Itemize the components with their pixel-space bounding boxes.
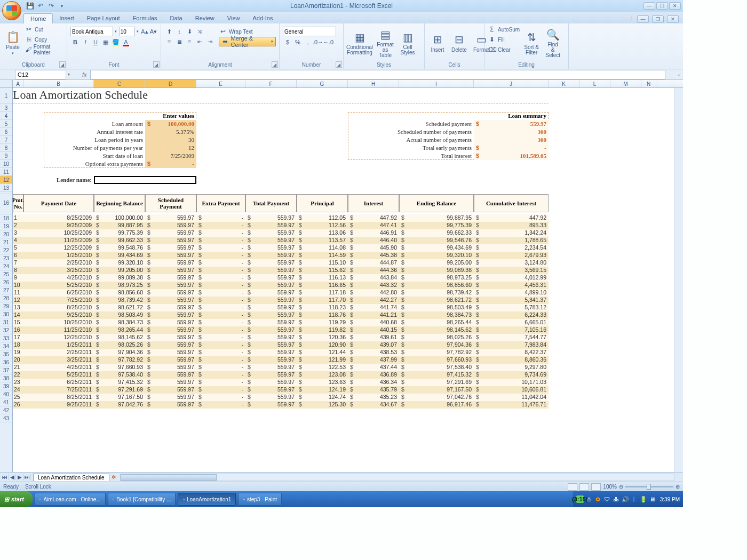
col-header-E[interactable]: E — [196, 80, 245, 87]
col-header-M[interactable]: M — [610, 80, 641, 87]
col-header-N[interactable]: N — [641, 80, 656, 87]
doc-minimize-button[interactable]: — — [637, 15, 649, 23]
copy-button[interactable]: ⎘Copy — [25, 35, 63, 44]
clear-button[interactable]: ⌫Clear — [488, 45, 520, 54]
table-row[interactable]: 83/25/2010$99,205.00$559.97$-$559.97$115… — [13, 267, 549, 274]
doc-close-button[interactable]: ✕ — [667, 15, 679, 23]
normal-view-icon[interactable] — [568, 483, 577, 491]
table-row[interactable]: 181/25/2011$98,025.26$559.97$-$559.97$12… — [13, 341, 549, 349]
size-dropdown-icon[interactable]: ▾ — [136, 27, 140, 36]
row-header[interactable]: 5 — [0, 120, 12, 128]
col-header-A[interactable]: A — [13, 80, 23, 87]
formula-expand-icon[interactable]: ⌄ — [675, 72, 683, 77]
input-value[interactable]: $- — [145, 160, 196, 168]
align-left-icon[interactable]: ≡ — [164, 37, 174, 46]
row-header[interactable]: 35 — [0, 350, 12, 358]
tray-battery-icon[interactable]: 🔋 — [640, 495, 647, 503]
doc-restore-button[interactable]: ❐ — [652, 15, 664, 23]
row-header[interactable]: 11 — [0, 168, 12, 176]
font-color-button[interactable]: A — [121, 37, 131, 47]
decrease-decimal-icon[interactable]: ←.0 — [323, 37, 333, 47]
row-header[interactable]: 39 — [0, 382, 12, 390]
fx-icon[interactable]: fx — [82, 71, 87, 78]
table-header[interactable]: Principal — [297, 194, 348, 212]
row-header[interactable]: 10 — [0, 160, 12, 168]
zoom-slider[interactable] — [625, 486, 673, 487]
row-header[interactable]: 27 — [0, 286, 12, 294]
table-row[interactable]: 18/25/2009$100,000.00$559.97$-$559.97$11… — [13, 214, 549, 222]
tray-volume-icon[interactable]: 🔊 — [622, 495, 629, 503]
table-header[interactable]: Pmt. No. — [13, 194, 23, 212]
clipboard-launcher[interactable]: ◢ — [59, 61, 66, 68]
number-launcher[interactable]: ◢ — [336, 61, 342, 68]
underline-button[interactable]: U — [91, 37, 100, 47]
col-header-B[interactable]: B — [23, 80, 94, 87]
table-row[interactable]: 116/25/2010$98,856.60$559.97$-$559.97$11… — [13, 289, 549, 297]
alignment-launcher[interactable]: ◢ — [272, 61, 278, 68]
bold-button[interactable]: B — [70, 37, 80, 47]
table-row[interactable]: 247/25/2011$97,291.69$559.97$-$559.97$12… — [13, 386, 549, 394]
indent-increase-icon[interactable]: ⇥ — [205, 37, 214, 46]
find-select-button[interactable]: 🔍Find & Select — [543, 25, 562, 61]
table-row[interactable]: 512/25/2009$99,548.76$559.97$-$559.97$11… — [13, 244, 549, 252]
tab-insert[interactable]: Insert — [53, 13, 81, 23]
taskbar-task[interactable]: ▫AimLoan.com - Online... — [35, 493, 106, 506]
row-header[interactable]: 1 — [0, 88, 12, 104]
minimize-button[interactable]: — — [643, 2, 655, 10]
table-header[interactable]: Cumulative Interest — [474, 194, 549, 212]
row-header[interactable]: 33 — [0, 334, 12, 342]
restore-button[interactable]: ❐ — [656, 2, 668, 10]
row-header[interactable]: 42 — [0, 406, 12, 414]
autosum-button[interactable]: ΣAutoSum — [488, 25, 520, 34]
col-header-L[interactable]: L — [579, 80, 610, 87]
grow-font-icon[interactable]: A▴ — [140, 27, 148, 36]
input-value[interactable]: 5.375% — [145, 128, 196, 136]
table-header[interactable]: Payment Date — [23, 194, 94, 212]
row-header[interactable]: 13 — [0, 184, 12, 192]
row-header[interactable]: 43 — [0, 414, 12, 422]
row-header[interactable]: 24 — [0, 262, 12, 270]
paste-button[interactable]: 📋 Paste ▾ — [3, 25, 22, 61]
table-row[interactable]: 1712/25/2010$98,145.62$559.97$-$559.97$1… — [13, 334, 549, 341]
sheet-nav-last-icon[interactable]: ⏭ — [23, 474, 31, 480]
table-header[interactable]: Total Payment — [245, 194, 297, 212]
table-row[interactable]: 310/25/2009$99,775.39$559.97$-$559.97$11… — [13, 229, 549, 237]
increase-decimal-icon[interactable]: .0→ — [313, 37, 323, 47]
table-row[interactable]: 149/25/2010$98,503.49$559.97$-$559.97$11… — [13, 311, 549, 319]
row-header[interactable]: 41 — [0, 398, 12, 406]
merge-center-button[interactable]: ⬌Merge & Center▾ — [219, 37, 276, 46]
row-header[interactable]: 26 — [0, 278, 12, 286]
comma-icon[interactable]: , — [303, 37, 313, 47]
input-value[interactable]: 7/25/2009 — [145, 152, 196, 160]
row-header[interactable]: 20 — [0, 230, 12, 238]
col-header-K[interactable]: K — [549, 80, 579, 87]
col-header-H[interactable]: H — [348, 80, 399, 87]
table-row[interactable]: 61/25/2010$99,434.69$559.97$-$559.97$114… — [13, 252, 549, 259]
row-header[interactable]: 36 — [0, 358, 12, 366]
formula-bar[interactable] — [90, 70, 665, 79]
align-right-icon[interactable]: ≡ — [185, 37, 194, 46]
table-row[interactable]: 192/25/2011$97,904.36$559.97$-$559.97$12… — [13, 349, 549, 356]
cells-area[interactable]: Loan Amortization ScheduleEnter valuesLo… — [13, 88, 674, 472]
table-header[interactable]: Scheduled Payment — [145, 194, 196, 212]
row-header[interactable]: 8 — [0, 144, 12, 152]
indent-decrease-icon[interactable]: ⇤ — [195, 37, 204, 46]
row-header[interactable]: 6 — [0, 128, 12, 136]
font-name-select[interactable] — [70, 27, 113, 36]
row-header[interactable]: 3 — [0, 104, 12, 112]
tray-bluetooth-icon[interactable]: ᛒ — [631, 495, 638, 503]
align-center-icon[interactable]: ≣ — [174, 37, 184, 46]
hscroll-thumb[interactable] — [121, 474, 217, 481]
col-header-C[interactable]: C — [94, 80, 145, 87]
table-row[interactable]: 105/25/2010$98,973.25$559.97$-$559.97$11… — [13, 282, 549, 289]
number-format-select[interactable] — [283, 27, 336, 36]
page-layout-view-icon[interactable] — [579, 483, 589, 491]
tray-clock[interactable]: 3:39 PM — [660, 497, 680, 502]
tab-data[interactable]: Data — [163, 13, 188, 23]
format-as-table-button[interactable]: ▤Format as Table — [375, 25, 396, 61]
col-header-J[interactable]: J — [474, 80, 549, 87]
row-header[interactable]: 25 — [0, 270, 12, 278]
row-header[interactable]: 4 — [0, 112, 12, 120]
table-row[interactable]: 203/25/2011$97,782.92$559.97$-$559.97$12… — [13, 356, 549, 364]
table-row[interactable]: 411/25/2009$99,662.33$559.97$-$559.97$11… — [13, 237, 549, 244]
